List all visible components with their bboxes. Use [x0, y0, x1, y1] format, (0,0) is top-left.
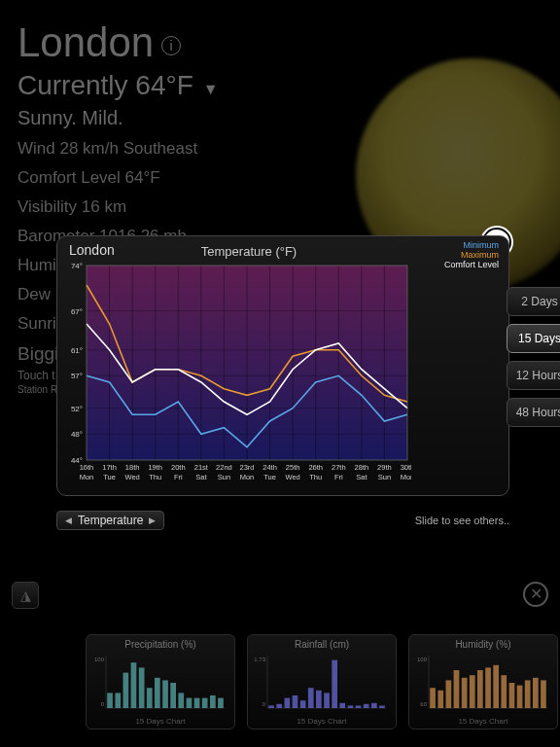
svg-rect-75: [187, 698, 192, 708]
close-thumbs-button[interactable]: ✕: [523, 582, 548, 607]
svg-rect-76: [194, 698, 200, 708]
svg-text:100: 100: [417, 657, 428, 662]
svg-text:60: 60: [420, 701, 427, 707]
svg-text:Fri: Fri: [334, 473, 343, 481]
legend-min: Minimum: [444, 240, 499, 250]
svg-text:48°: 48°: [71, 430, 83, 439]
svg-rect-106: [454, 670, 460, 708]
svg-rect-96: [364, 704, 369, 708]
svg-rect-92: [332, 660, 337, 708]
svg-text:1.73: 1.73: [254, 657, 265, 662]
thumb-footer: 15 Days Chart: [409, 717, 557, 726]
svg-text:20th: 20th: [171, 463, 186, 472]
chart-nav-bar: ◀ Temperature ▶ Slide to see others..: [56, 510, 509, 531]
svg-text:22nd: 22nd: [216, 463, 232, 472]
svg-rect-97: [371, 703, 377, 708]
svg-rect-111: [493, 665, 499, 708]
svg-rect-67: [123, 673, 129, 708]
range-12-hours-button[interactable]: 12 Hours: [507, 361, 560, 390]
thumb-title: Precipitation (%): [92, 639, 228, 650]
svg-rect-90: [316, 691, 322, 708]
thumb-t2[interactable]: Rainfall (cm) 1.73 0 15 Days Chart: [247, 634, 397, 729]
info-icon[interactable]: i: [161, 36, 181, 55]
svg-rect-70: [147, 688, 153, 708]
svg-text:61°: 61°: [71, 346, 83, 355]
svg-text:27th: 27th: [332, 463, 346, 472]
svg-text:29th: 29th: [377, 463, 392, 472]
svg-text:Fri: Fri: [174, 473, 183, 481]
legend-max: Maximum: [444, 250, 499, 260]
svg-rect-89: [308, 688, 314, 708]
svg-text:Thu: Thu: [309, 473, 322, 481]
svg-text:Mon: Mon: [240, 473, 255, 481]
svg-rect-86: [285, 698, 291, 708]
svg-rect-114: [517, 686, 523, 708]
svg-rect-113: [509, 683, 515, 708]
svg-rect-66: [115, 693, 121, 708]
thumb-chart: 1.73 0: [254, 652, 390, 712]
thumbnail-row[interactable]: Precipitation (%) 100 0 15 Days ChartRai…: [86, 634, 550, 729]
svg-rect-103: [430, 688, 436, 708]
svg-rect-93: [339, 703, 345, 708]
svg-rect-69: [139, 667, 145, 708]
svg-text:Wed: Wed: [285, 473, 299, 481]
thumb-t3[interactable]: Humidity (%) 100 60 15 Days Chart: [408, 634, 558, 729]
svg-rect-91: [324, 693, 330, 708]
svg-text:21st: 21st: [194, 463, 209, 472]
svg-text:52°: 52°: [71, 405, 83, 413]
range-48-hours-button[interactable]: 48 Hours: [507, 398, 560, 427]
thumb-footer: 15 Days Chart: [87, 717, 234, 726]
svg-text:74°: 74°: [71, 262, 83, 270]
svg-rect-65: [107, 693, 113, 708]
chevron-right-icon[interactable]: ▶: [149, 516, 156, 525]
thumb-title: Humidity (%): [415, 639, 551, 650]
thumb-footer: 15 Days Chart: [248, 717, 396, 726]
svg-text:Sat: Sat: [195, 473, 207, 481]
svg-rect-110: [485, 667, 491, 708]
svg-text:Sun: Sun: [378, 473, 391, 481]
range-buttons: 2 Days15 Days12 Hours48 Hours: [507, 287, 560, 427]
svg-rect-85: [276, 704, 282, 708]
svg-rect-73: [170, 683, 176, 708]
chart-type-label: Temperature: [78, 514, 143, 527]
thumb-chart: 100 60: [415, 652, 551, 712]
svg-text:19th: 19th: [148, 463, 162, 472]
svg-rect-108: [470, 675, 475, 708]
svg-text:Tue: Tue: [103, 473, 116, 481]
svg-text:Tue: Tue: [263, 473, 276, 481]
svg-text:0: 0: [262, 701, 266, 707]
svg-text:0: 0: [101, 701, 105, 707]
svg-rect-74: [178, 693, 184, 708]
svg-rect-115: [525, 680, 531, 708]
svg-rect-87: [293, 695, 298, 708]
svg-rect-71: [155, 678, 160, 708]
range-2-days-button[interactable]: 2 Days: [507, 287, 560, 316]
svg-rect-79: [218, 698, 224, 708]
svg-rect-112: [501, 675, 507, 708]
chart-type-selector[interactable]: ◀ Temperature ▶: [56, 511, 164, 530]
svg-rect-68: [131, 662, 137, 708]
svg-text:24th: 24th: [262, 463, 277, 472]
svg-text:Mon: Mon: [401, 473, 411, 481]
svg-rect-117: [541, 680, 546, 708]
slide-hint: Slide to see others..: [415, 515, 509, 526]
svg-rect-84: [268, 705, 274, 708]
svg-text:57°: 57°: [71, 372, 83, 380]
svg-rect-88: [300, 700, 306, 708]
svg-rect-78: [210, 695, 216, 708]
svg-text:Mon: Mon: [80, 473, 94, 481]
current-temp-dropdown[interactable]: Currently 64°F: [18, 70, 219, 101]
svg-rect-95: [356, 705, 362, 708]
thumb-title: Rainfall (cm): [254, 639, 390, 650]
temperature-chart: 44°48°52°57°61°67°74°16thMon17thTue18thW…: [65, 262, 411, 487]
svg-text:26th: 26th: [308, 463, 323, 472]
visibility-line: Visibility 16 km: [18, 197, 219, 217]
compass-button[interactable]: ◮: [12, 582, 39, 609]
svg-text:28th: 28th: [355, 463, 369, 472]
thumb-t1[interactable]: Precipitation (%) 100 0 15 Days Chart: [86, 634, 235, 729]
comfort-line: Comfort Level 64°F: [18, 168, 219, 188]
range-15-days-button[interactable]: 15 Days: [507, 324, 560, 353]
wind-line: Wind 28 km/h Southeast: [18, 139, 219, 159]
city-title: Londoni: [18, 19, 219, 66]
chevron-left-icon[interactable]: ◀: [65, 516, 72, 525]
